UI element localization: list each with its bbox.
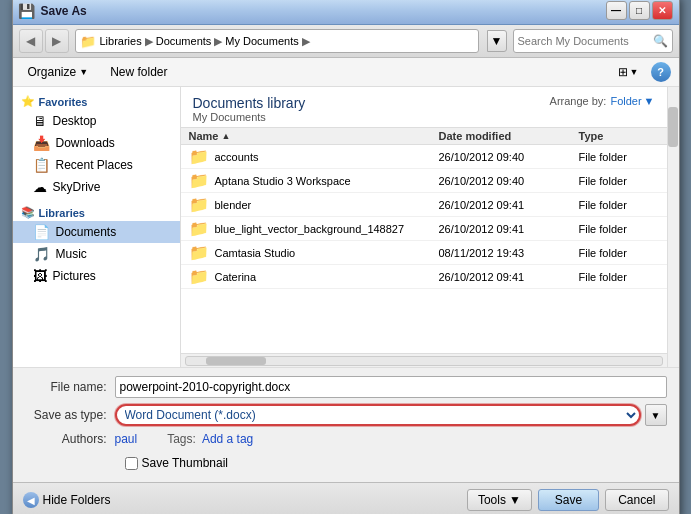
breadcrumb-sep-2: ▶: [214, 35, 222, 48]
file-row[interactable]: 📁 blue_light_vector_background_148827 26…: [181, 217, 667, 241]
column-type: Type: [579, 130, 659, 142]
authors-label: Authors:: [25, 432, 115, 446]
sidebar-item-pictures-label: Pictures: [53, 269, 96, 283]
file-name-cell: 📁 blender: [189, 195, 439, 214]
new-folder-button[interactable]: New folder: [103, 62, 174, 82]
address-folder-icon: 📁: [80, 34, 96, 49]
folder-icon: 📁: [189, 171, 209, 190]
search-box[interactable]: 🔍: [513, 29, 673, 53]
navigation-toolbar: ◀ ▶ 📁 Libraries ▶ Documents ▶ My Documen…: [13, 25, 679, 58]
file-table: Name ▲ Date modified Type 📁 accounts 26/…: [181, 127, 667, 353]
library-title: Documents library: [193, 95, 306, 111]
tools-button[interactable]: Tools ▼: [467, 489, 532, 511]
authors-value[interactable]: paul: [115, 432, 138, 446]
savetype-arrow-button[interactable]: ▼: [645, 404, 667, 426]
back-button[interactable]: ◀: [19, 29, 43, 53]
hide-folders-button[interactable]: ◀ Hide Folders: [23, 492, 111, 508]
scroll-thumb[interactable]: [668, 107, 678, 147]
organize-arrow-icon: ▼: [79, 67, 88, 77]
view-arrow-icon: ▼: [630, 67, 639, 77]
form-area: File name: Save as type: Word Document (…: [13, 367, 679, 482]
libraries-label: 📚 Libraries: [13, 202, 180, 221]
main-content: ⭐ Favorites 🖥 Desktop 📥 Downloads 📋 Rece…: [13, 87, 679, 367]
arrange-by-value[interactable]: Folder ▼: [610, 95, 654, 107]
savetype-row: Save as type: Word Document (*.docx) Wor…: [25, 404, 667, 426]
sidebar-item-pictures[interactable]: 🖼 Pictures: [13, 265, 180, 287]
breadcrumb: Libraries ▶ Documents ▶ My Documents ▶: [100, 35, 312, 48]
libraries-icon: 📚: [21, 206, 35, 219]
recent-places-icon: 📋: [33, 157, 50, 173]
libraries-section: 📚 Libraries 📄 Documents 🎵 Music 🖼 Pictur…: [13, 202, 180, 287]
column-date-modified: Date modified: [439, 130, 579, 142]
vertical-scrollbar[interactable]: [667, 87, 679, 367]
library-header: Documents library My Documents Arrange b…: [181, 87, 667, 127]
savetype-wrapper: Word Document (*.docx) Word 97-2003 Docu…: [115, 404, 667, 426]
sidebar-item-downloads[interactable]: 📥 Downloads: [13, 132, 180, 154]
breadcrumb-part-2[interactable]: Documents: [156, 35, 212, 47]
tools-arrow-icon: ▼: [509, 493, 521, 507]
breadcrumb-part-3[interactable]: My Documents: [225, 35, 298, 47]
save-button[interactable]: Save: [538, 489, 599, 511]
thumbnail-label-text: Save Thumbnail: [142, 456, 229, 470]
folder-icon: 📁: [189, 147, 209, 166]
savetype-label: Save as type:: [25, 408, 115, 422]
sidebar-item-recent-places[interactable]: 📋 Recent Places: [13, 154, 180, 176]
skydrive-icon: ☁: [33, 179, 47, 195]
file-area: Documents library My Documents Arrange b…: [181, 87, 667, 367]
view-button[interactable]: ⊞ ▼: [618, 65, 639, 79]
file-table-header: Name ▲ Date modified Type: [181, 128, 667, 145]
file-row[interactable]: 📁 accounts 26/10/2012 09:40 File folder: [181, 145, 667, 169]
thumbnail-row: Save Thumbnail: [125, 452, 667, 474]
arrange-value-text: Folder: [610, 95, 641, 107]
cancel-button[interactable]: Cancel: [605, 489, 668, 511]
sidebar-item-downloads-label: Downloads: [56, 136, 115, 150]
title-bar: 💾 Save As — □ ✕: [13, 0, 679, 25]
file-name-cell: 📁 accounts: [189, 147, 439, 166]
favorites-star-icon: ⭐: [21, 95, 35, 108]
breadcrumb-dropdown-button[interactable]: ▼: [487, 30, 507, 52]
folder-icon: 📁: [189, 195, 209, 214]
sidebar: ⭐ Favorites 🖥 Desktop 📥 Downloads 📋 Rece…: [13, 87, 181, 367]
hide-folders-label: Hide Folders: [43, 493, 111, 507]
thumbnail-checkbox-label[interactable]: Save Thumbnail: [125, 456, 229, 470]
file-row[interactable]: 📁 Camtasia Studio 08/11/2012 19:43 File …: [181, 241, 667, 265]
tags-value[interactable]: Add a tag: [202, 432, 253, 446]
thumbnail-checkbox[interactable]: [125, 457, 138, 470]
close-button[interactable]: ✕: [652, 1, 673, 20]
file-row[interactable]: 📁 Aptana Studio 3 Workspace 26/10/2012 0…: [181, 169, 667, 193]
bottom-bar: ◀ Hide Folders Tools ▼ Save Cancel: [13, 482, 679, 514]
arrange-by: Arrange by: Folder ▼: [550, 95, 655, 107]
tags-label: Tags:: [167, 432, 196, 446]
organize-button[interactable]: Organize ▼: [21, 62, 96, 82]
titlebar-buttons: — □ ✕: [606, 1, 673, 20]
forward-button[interactable]: ▶: [45, 29, 69, 53]
savetype-select[interactable]: Word Document (*.docx) Word 97-2003 Docu…: [115, 404, 641, 426]
scroll-track: [185, 356, 663, 366]
minimize-button[interactable]: —: [606, 1, 627, 20]
filename-input[interactable]: [115, 376, 667, 398]
sidebar-item-desktop[interactable]: 🖥 Desktop: [13, 110, 180, 132]
breadcrumb-part-1[interactable]: Libraries: [100, 35, 142, 47]
favorites-section: ⭐ Favorites 🖥 Desktop 📥 Downloads 📋 Rece…: [13, 91, 180, 198]
horizontal-scrollbar[interactable]: [181, 353, 667, 367]
search-input[interactable]: [518, 35, 653, 47]
bottom-right-buttons: Tools ▼ Save Cancel: [467, 489, 669, 511]
sidebar-item-skydrive-label: SkyDrive: [53, 180, 101, 194]
scroll-thumb[interactable]: [206, 357, 266, 365]
view-icon: ⊞: [618, 65, 628, 79]
search-icon: 🔍: [653, 34, 668, 48]
sidebar-item-documents[interactable]: 📄 Documents: [13, 221, 180, 243]
file-row[interactable]: 📁 Caterina 26/10/2012 09:41 File folder: [181, 265, 667, 289]
sidebar-item-skydrive[interactable]: ☁ SkyDrive: [13, 176, 180, 198]
folder-icon: 📁: [189, 267, 209, 286]
file-row[interactable]: 📁 blender 26/10/2012 09:41 File folder: [181, 193, 667, 217]
sidebar-item-music[interactable]: 🎵 Music: [13, 243, 180, 265]
help-button[interactable]: ?: [651, 62, 671, 82]
folder-icon: 📁: [189, 243, 209, 262]
meta-row: Authors: paul Tags: Add a tag: [25, 432, 667, 446]
sidebar-item-music-label: Music: [56, 247, 87, 261]
address-bar[interactable]: 📁 Libraries ▶ Documents ▶ My Documents ▶: [75, 29, 479, 53]
maximize-button[interactable]: □: [629, 1, 650, 20]
music-icon: 🎵: [33, 246, 50, 262]
column-name[interactable]: Name ▲: [189, 130, 439, 142]
